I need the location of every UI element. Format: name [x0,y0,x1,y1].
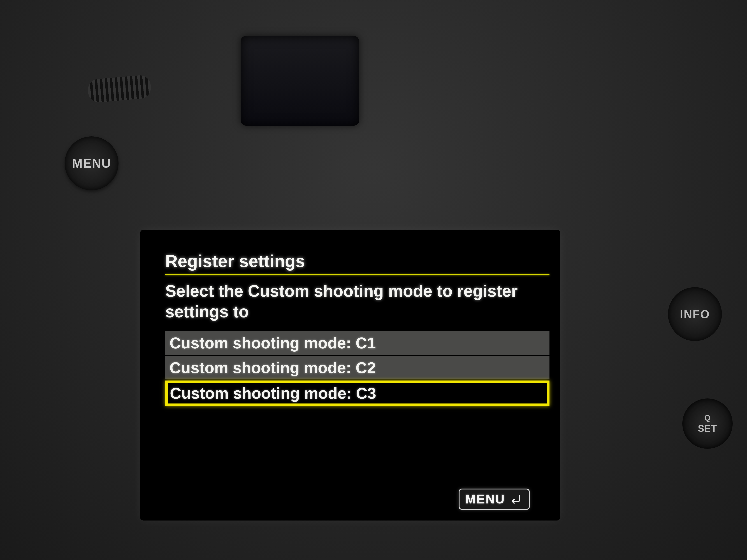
viewfinder [241,36,359,126]
instruction-text: Select the Custom shooting mode to regis… [165,281,549,322]
lcd-screen: Register settings Select the Custom shoo… [140,230,560,521]
set-button[interactable]: Q SET [682,398,732,449]
info-button-label: INFO [680,308,710,321]
menu-button-label: MENU [72,156,111,170]
footer-label: MENU [465,492,505,506]
option-label: Custom shooting mode: C1 [170,334,376,352]
menu-button[interactable]: MENU [65,136,119,190]
option-c1[interactable]: Custom shooting mode: C1 [165,331,549,355]
option-list: Custom shooting mode: C1 Custom shooting… [165,331,549,406]
footer-menu-back[interactable]: MENU [459,488,530,510]
option-label: Custom shooting mode: C2 [170,359,376,377]
q-label: Q [704,414,711,422]
screen-title: Register settings [165,251,549,271]
info-button[interactable]: INFO [668,287,722,341]
set-label: SET [698,423,717,434]
title-divider [165,274,549,275]
back-icon [509,494,523,505]
option-label: Custom shooting mode: C3 [170,384,376,402]
camera-body: MENU INFO Q SET Register settings Select… [0,0,747,560]
mode-dial[interactable] [87,75,152,103]
option-c3[interactable]: Custom shooting mode: C3 [165,380,549,406]
option-c2[interactable]: Custom shooting mode: C2 [165,356,549,379]
